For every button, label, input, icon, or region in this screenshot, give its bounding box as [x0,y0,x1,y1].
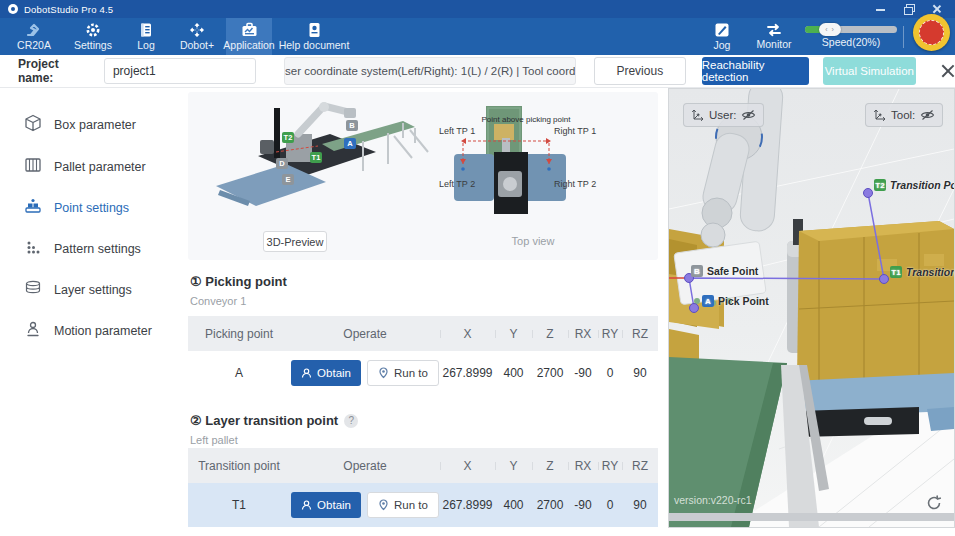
run-to-pin-icon [378,367,389,379]
sidebar-item-point-settings[interactable]: Point settings [24,197,129,218]
speed-slider-handle[interactable]: ‹ › [819,23,841,36]
station-3d-preview-image: T2 B A T1 D E [198,94,438,234]
sidebar-item-pallet-parameter[interactable]: Pallet parameter [24,156,146,177]
svg-text:T2: T2 [284,133,293,142]
application-case-icon [241,22,258,38]
point-stack-icon [24,197,42,218]
top-view-caption: Top view [488,235,578,247]
axis-icon [691,109,704,122]
main-toolbar: CR20A Settings Log Dobot+ Application He… [0,18,955,55]
toolbar-item-log[interactable]: Log [124,18,168,55]
transition-table-header: Transition point Operate X Y Z RX RY RZ [188,448,658,483]
toolbar-item-settings[interactable]: Settings [62,18,124,55]
y-value: 400 [495,366,532,380]
picking-table-header: Picking point Operate X Y Z RX RY RZ [188,316,658,351]
user-frame-toggle[interactable]: User: [683,103,764,127]
virtual-simulation-button[interactable]: Virtual Simulation [823,57,916,85]
transition-point-table: Transition point Operate X Y Z RX RY RZ … [188,448,658,527]
coordinate-system-dropdown[interactable]: Pallet user coordinate system(Left/Right… [284,57,576,85]
minimize-button[interactable] [875,3,887,15]
window-titlebar: DobotStudio Pro 4.5 [0,0,955,18]
version-label: version:v220-rc1 [674,494,752,506]
layer-transition-heading: ② Layer transition point ? [190,413,358,428]
rz-value: 90 [622,366,658,380]
help-icon[interactable]: ? [344,414,358,428]
project-bar: Project name: Pallet user coordinate sys… [0,55,955,88]
obtain-button[interactable]: Obtain [291,492,361,518]
rz-value: 90 [622,498,658,512]
obtain-person-icon [301,500,312,511]
point-label-t1: T1Transition I [890,266,955,278]
axis-icon [873,109,886,122]
svg-text:B: B [349,121,355,130]
svg-text:Left TP 1: Left TP 1 [439,126,475,136]
svg-text:Right TP 2: Right TP 2 [554,179,596,189]
station-top-view-image: Point above picking point Left TP 1 Righ… [436,94,656,234]
sidebar-item-pattern-settings[interactable]: Pattern settings [24,238,141,259]
bottom-strip [0,528,955,536]
box-cube-icon [24,114,42,135]
project-name-input[interactable] [104,58,256,84]
close-panel-icon[interactable] [940,63,955,79]
toolbar-item-robot[interactable]: CR20A [6,18,62,55]
reachability-detection-button[interactable]: Reachability detection [702,57,809,85]
toolbar-item-jog[interactable]: Jog [698,18,746,55]
sidebar-item-box-parameter[interactable]: Box parameter [24,114,136,135]
monitor-arrows-icon [765,23,783,37]
transition-table-row[interactable]: T1 Obtain Run to 267.8999 400 2700 -90 0… [188,483,658,527]
speed-slider[interactable]: ‹ › [805,26,897,33]
simulation-scene [669,89,954,527]
svg-text:E: E [285,175,290,184]
layer-transition-subtitle: Left pallet [190,434,238,446]
picking-point-subtitle: Conveyor 1 [190,295,246,307]
layer-stack-icon [24,279,42,300]
run-to-button[interactable]: Run to [367,492,439,518]
refresh-icon[interactable] [925,494,943,512]
3d-preview-button[interactable]: 3D-Preview [263,231,327,252]
emergency-stop-icon [919,20,944,45]
eye-off-icon[interactable] [741,109,756,121]
toolbar-item-help-document[interactable]: Help document [272,18,356,55]
project-name-label: Project name: [18,57,94,85]
picking-table-row[interactable]: A Obtain Run to 267.8999 400 2700 -90 0 … [188,351,658,395]
svg-text:T1: T1 [312,153,321,162]
toolbar-divider [903,26,904,48]
pattern-dots-icon [24,238,42,259]
toolbar-item-application[interactable]: Application [226,18,272,55]
svg-text:Left TP 2: Left TP 2 [439,179,475,189]
y-value: 400 [495,498,532,512]
sidebar-item-layer-settings[interactable]: Layer settings [24,279,132,300]
picking-point-table: Picking point Operate X Y Z RX RY RZ A O… [188,316,658,395]
previous-button[interactable]: Previous [594,57,686,85]
run-to-button[interactable]: Run to [367,360,439,386]
toolbar-item-monitor[interactable]: Monitor [746,18,802,55]
tool-frame-toggle[interactable]: Tool: [865,103,943,127]
svg-text:Point above picking point: Point above picking point [482,115,572,124]
point-label-safe: BSafe Point [691,265,758,277]
obtain-person-icon [301,368,312,379]
picking-point-heading: ① Picking point [190,274,287,289]
app-title: DobotStudio Pro 4.5 [24,4,113,15]
svg-text:D: D [279,159,285,168]
sidebar-nav: Box parameter Pallet parameter Point set… [0,88,180,536]
z-value: 2700 [532,366,568,380]
ry-value: 0 [598,498,622,512]
gear-icon [85,22,101,38]
toolbar-item-dobot-plus[interactable]: Dobot+ [168,18,226,55]
obtain-button[interactable]: Obtain [291,360,361,386]
ry-value: 0 [598,366,622,380]
emergency-stop-button[interactable] [913,14,950,51]
robot-arm-icon [25,22,43,38]
simulation-viewport[interactable]: User: Tool: T2Transition Poir T1Transiti… [668,88,955,528]
x-value: 267.8999 [440,366,495,380]
point-name: T1 [188,498,290,512]
svg-text:Right TP 1: Right TP 1 [554,126,596,136]
app-logo-icon [8,4,18,14]
eye-off-icon[interactable] [920,109,935,121]
restore-button[interactable] [903,3,915,15]
sidebar-item-motion-parameter[interactable]: Motion parameter [24,320,152,341]
point-label-pick: APick Point [702,295,769,307]
rx-value: -90 [568,366,598,380]
rx-value: -90 [568,498,598,512]
x-value: 267.8999 [440,498,495,512]
